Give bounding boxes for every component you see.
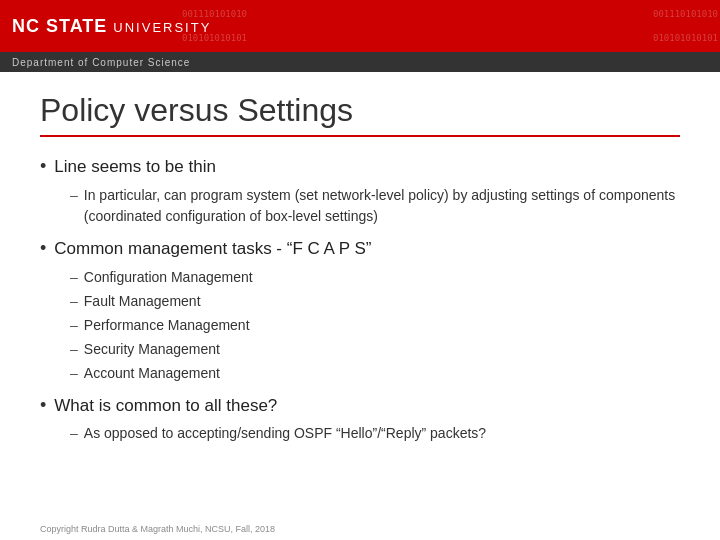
bullet-text-2: Common management tasks - “F C A P S” bbox=[54, 237, 371, 261]
logo-ncstate: NC STATE bbox=[12, 16, 107, 37]
logo-group: NC STATE UNIVERSITY bbox=[12, 16, 211, 37]
sub-item-2-1: – Fault Management bbox=[70, 291, 680, 312]
slide-content: Policy versus Settings • Line seems to b… bbox=[0, 72, 720, 464]
sub-item-2-4: – Account Management bbox=[70, 363, 680, 384]
sub-dash-2-2: – bbox=[70, 315, 78, 336]
sub-list-3: – As opposed to accepting/sending OSPF “… bbox=[70, 423, 680, 444]
sub-text-3-0: As opposed to accepting/sending OSPF “He… bbox=[84, 423, 486, 444]
sub-item-1-0: – In particular, can program system (set… bbox=[70, 185, 680, 227]
sub-text-2-0: Configuration Management bbox=[84, 267, 253, 288]
sub-item-3-0: – As opposed to accepting/sending OSPF “… bbox=[70, 423, 680, 444]
section-bullet2: • Common management tasks - “F C A P S” … bbox=[40, 237, 680, 384]
bullet-dot-3: • bbox=[40, 394, 46, 417]
footer-text: Copyright Rudra Dutta & Magrath Muchi, N… bbox=[40, 524, 275, 534]
header-bar: NC STATE UNIVERSITY 001110101010 0101010… bbox=[0, 0, 720, 52]
sub-item-2-0: – Configuration Management bbox=[70, 267, 680, 288]
sub-text-2-4: Account Management bbox=[84, 363, 220, 384]
sub-text-2-1: Fault Management bbox=[84, 291, 201, 312]
dept-bar: Department of Computer Science bbox=[0, 52, 720, 72]
slide-title: Policy versus Settings bbox=[40, 92, 680, 137]
sub-text-1-0: In particular, can program system (set n… bbox=[84, 185, 680, 227]
sub-list-2: – Configuration Management – Fault Manag… bbox=[70, 267, 680, 384]
sub-dash: – bbox=[70, 185, 78, 206]
sub-dash-2-0: – bbox=[70, 267, 78, 288]
binary-decoration-right: 001110101010 010101010101 bbox=[651, 0, 720, 52]
sub-dash-2-3: – bbox=[70, 339, 78, 360]
dept-label: Department of Computer Science bbox=[12, 57, 190, 68]
section-bullet3: • What is common to all these? – As oppo… bbox=[40, 394, 680, 445]
bullet-main-2: • Common management tasks - “F C A P S” bbox=[40, 237, 680, 261]
section-bullet1: • Line seems to be thin – In particular,… bbox=[40, 155, 680, 227]
bullet-dot-1: • bbox=[40, 155, 46, 178]
bullet-dot-2: • bbox=[40, 237, 46, 260]
sub-dash-2-4: – bbox=[70, 363, 78, 384]
bullet-main-3: • What is common to all these? bbox=[40, 394, 680, 418]
sub-dash-2-1: – bbox=[70, 291, 78, 312]
footer: Copyright Rudra Dutta & Magrath Muchi, N… bbox=[40, 524, 275, 534]
bullet-text-3: What is common to all these? bbox=[54, 394, 277, 418]
sub-dash-3-0: – bbox=[70, 423, 78, 444]
logo-university: UNIVERSITY bbox=[113, 20, 211, 35]
sub-item-2-2: – Performance Management bbox=[70, 315, 680, 336]
sub-list-1: – In particular, can program system (set… bbox=[70, 185, 680, 227]
sub-item-2-3: – Security Management bbox=[70, 339, 680, 360]
slide-body: • Line seems to be thin – In particular,… bbox=[40, 147, 680, 444]
bullet-main-1: • Line seems to be thin bbox=[40, 155, 680, 179]
bullet-text-1: Line seems to be thin bbox=[54, 155, 216, 179]
sub-text-2-2: Performance Management bbox=[84, 315, 250, 336]
sub-text-2-3: Security Management bbox=[84, 339, 220, 360]
